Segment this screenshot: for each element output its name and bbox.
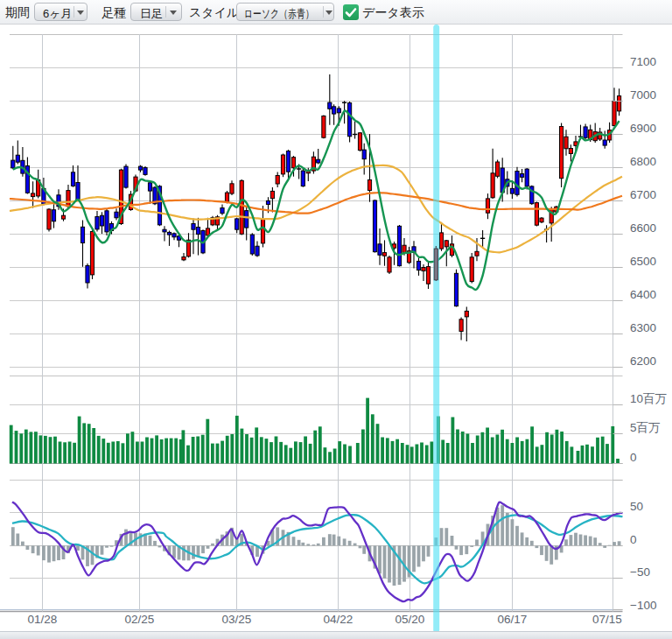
svg-text:6500: 6500 bbox=[630, 255, 656, 268]
svg-text:07/15: 07/15 bbox=[592, 613, 622, 626]
svg-text:6800: 6800 bbox=[630, 155, 656, 168]
svg-text:7000: 7000 bbox=[630, 88, 656, 102]
svg-text:6300: 6300 bbox=[630, 321, 656, 334]
svg-text:0: 0 bbox=[630, 533, 637, 546]
svg-text:05/20: 05/20 bbox=[396, 613, 425, 626]
svg-text:5百万: 5百万 bbox=[630, 421, 661, 434]
svg-text:6600: 6600 bbox=[630, 221, 656, 235]
svg-text:6200: 6200 bbox=[630, 355, 656, 368]
svg-text:02/25: 02/25 bbox=[125, 613, 155, 626]
svg-text:50: 50 bbox=[630, 500, 643, 513]
svg-text:7100: 7100 bbox=[630, 55, 656, 68]
svg-text:0: 0 bbox=[630, 451, 637, 464]
svg-text:03/25: 03/25 bbox=[222, 613, 252, 626]
svg-text:10百万: 10百万 bbox=[630, 392, 667, 405]
svg-text:6700: 6700 bbox=[630, 188, 656, 201]
svg-text:−50: −50 bbox=[630, 565, 650, 579]
svg-text:−100: −100 bbox=[630, 599, 656, 612]
svg-text:6400: 6400 bbox=[630, 288, 656, 301]
svg-text:01/28: 01/28 bbox=[28, 613, 58, 626]
svg-text:6900: 6900 bbox=[630, 122, 656, 135]
svg-text:04/22: 04/22 bbox=[324, 613, 354, 626]
svg-text:06/17: 06/17 bbox=[498, 613, 528, 626]
